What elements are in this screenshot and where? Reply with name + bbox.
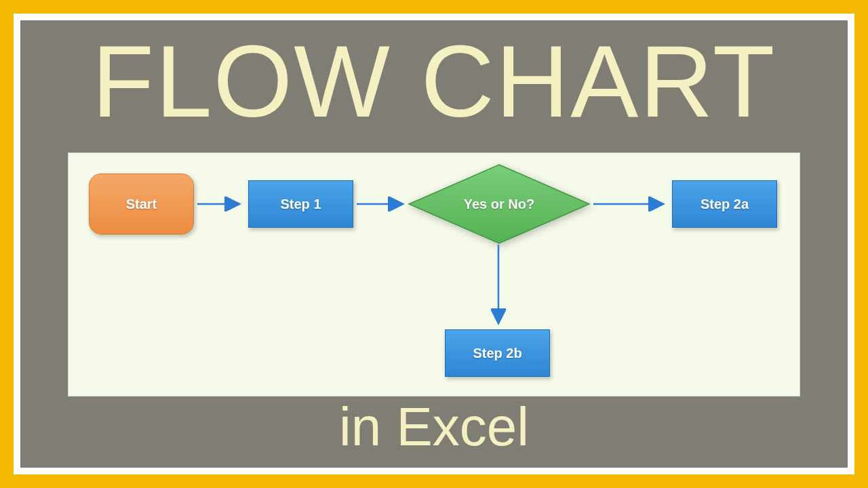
node-step1-label: Step 1 xyxy=(280,197,321,212)
arrow-decision-to-step2a xyxy=(592,197,670,211)
flowchart-canvas: Start Step 1 Yes or No xyxy=(68,152,800,396)
main-title: FLOW CHART xyxy=(20,30,848,132)
node-decision: Yes or No? xyxy=(408,163,591,245)
arrow-decision-to-step2b xyxy=(491,243,506,330)
node-step2b-label: Step 2b xyxy=(473,346,521,361)
node-step2b: Step 2b xyxy=(445,329,550,377)
node-step1: Step 1 xyxy=(248,180,353,228)
arrow-step1-to-decision xyxy=(355,197,410,211)
node-step2a: Step 2a xyxy=(672,180,777,228)
node-start-label: Start xyxy=(126,197,157,212)
node-decision-label: Yes or No? xyxy=(464,197,534,212)
arrow-start-to-step1 xyxy=(196,197,246,211)
node-start: Start xyxy=(89,174,194,235)
outer-frame: FLOW CHART Start Step 1 xyxy=(14,14,854,474)
subtitle: in Excel xyxy=(20,400,848,454)
inner-panel: FLOW CHART Start Step 1 xyxy=(20,20,848,468)
node-step2a-label: Step 2a xyxy=(701,197,749,212)
